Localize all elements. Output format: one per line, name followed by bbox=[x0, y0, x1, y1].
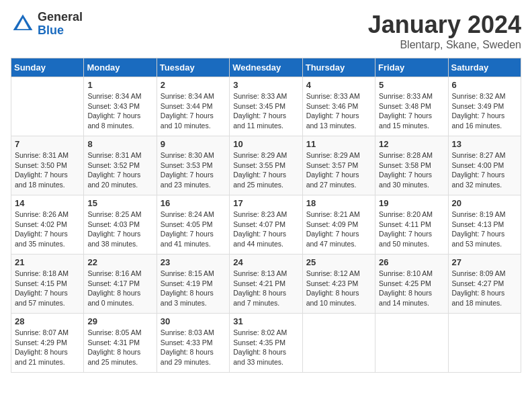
column-header-tuesday: Tuesday bbox=[157, 58, 229, 77]
day-number: 31 bbox=[233, 316, 298, 326]
calendar-table: SundayMondayTuesdayWednesdayThursdayFrid… bbox=[11, 58, 521, 373]
day-number: 25 bbox=[306, 257, 371, 267]
calendar-cell: 8Sunrise: 8:31 AMSunset: 3:52 PMDaylight… bbox=[84, 136, 157, 195]
day-number: 7 bbox=[15, 139, 80, 149]
day-number: 17 bbox=[233, 198, 298, 208]
day-number: 14 bbox=[15, 198, 80, 208]
day-info: Sunrise: 8:09 AMSunset: 4:27 PMDaylight:… bbox=[452, 269, 517, 308]
column-header-friday: Friday bbox=[375, 58, 448, 77]
calendar-cell: 17Sunrise: 8:23 AMSunset: 4:07 PMDayligh… bbox=[230, 195, 302, 255]
calendar-cell: 16Sunrise: 8:24 AMSunset: 4:05 PMDayligh… bbox=[157, 195, 229, 255]
calendar-cell: 24Sunrise: 8:13 AMSunset: 4:21 PMDayligh… bbox=[230, 255, 302, 314]
calendar-cell: 9Sunrise: 8:30 AMSunset: 3:53 PMDaylight… bbox=[157, 136, 229, 195]
calendar-cell: 20Sunrise: 8:19 AMSunset: 4:13 PMDayligh… bbox=[448, 195, 521, 255]
day-number: 6 bbox=[452, 80, 517, 90]
month-title: January 2024 bbox=[368, 11, 521, 39]
day-number: 27 bbox=[452, 257, 517, 267]
calendar-cell: 26Sunrise: 8:10 AMSunset: 4:25 PMDayligh… bbox=[375, 255, 448, 314]
day-info: Sunrise: 8:33 AMSunset: 3:48 PMDaylight:… bbox=[379, 91, 444, 131]
calendar-week-row: 21Sunrise: 8:18 AMSunset: 4:15 PMDayligh… bbox=[11, 255, 521, 314]
calendar-cell: 1Sunrise: 8:34 AMSunset: 3:43 PMDaylight… bbox=[84, 77, 157, 136]
day-info: Sunrise: 8:23 AMSunset: 4:07 PMDaylight:… bbox=[233, 210, 298, 249]
calendar-cell: 29Sunrise: 8:05 AMSunset: 4:31 PMDayligh… bbox=[84, 314, 157, 373]
day-info: Sunrise: 8:34 AMSunset: 3:43 PMDaylight:… bbox=[87, 91, 152, 131]
day-number: 9 bbox=[161, 139, 226, 149]
calendar-cell: 27Sunrise: 8:09 AMSunset: 4:27 PMDayligh… bbox=[448, 255, 521, 314]
column-header-saturday: Saturday bbox=[448, 58, 521, 77]
day-info: Sunrise: 8:29 AMSunset: 3:57 PMDaylight:… bbox=[306, 150, 371, 190]
day-info: Sunrise: 8:07 AMSunset: 4:29 PMDaylight:… bbox=[15, 328, 80, 367]
day-number: 8 bbox=[87, 139, 152, 149]
day-info: Sunrise: 8:24 AMSunset: 4:05 PMDaylight:… bbox=[161, 210, 226, 249]
calendar-week-row: 28Sunrise: 8:07 AMSunset: 4:29 PMDayligh… bbox=[11, 314, 521, 373]
calendar-cell bbox=[302, 314, 375, 373]
calendar-cell bbox=[375, 314, 448, 373]
calendar-cell: 4Sunrise: 8:33 AMSunset: 3:46 PMDaylight… bbox=[302, 77, 375, 136]
day-info: Sunrise: 8:10 AMSunset: 4:25 PMDaylight:… bbox=[379, 269, 444, 308]
day-number: 2 bbox=[161, 80, 226, 90]
day-info: Sunrise: 8:34 AMSunset: 3:44 PMDaylight:… bbox=[161, 91, 226, 131]
calendar-cell: 19Sunrise: 8:20 AMSunset: 4:11 PMDayligh… bbox=[375, 195, 448, 255]
logo: General Blue bbox=[11, 11, 83, 38]
calendar-cell: 12Sunrise: 8:28 AMSunset: 3:58 PMDayligh… bbox=[375, 136, 448, 195]
day-info: Sunrise: 8:02 AMSunset: 4:35 PMDaylight:… bbox=[233, 328, 298, 367]
day-info: Sunrise: 8:27 AMSunset: 4:00 PMDaylight:… bbox=[452, 150, 517, 190]
calendar-cell bbox=[448, 314, 521, 373]
day-number: 12 bbox=[379, 139, 444, 149]
calendar-cell: 31Sunrise: 8:02 AMSunset: 4:35 PMDayligh… bbox=[230, 314, 302, 373]
calendar-cell: 28Sunrise: 8:07 AMSunset: 4:29 PMDayligh… bbox=[11, 314, 84, 373]
day-number: 20 bbox=[452, 198, 517, 208]
day-info: Sunrise: 8:12 AMSunset: 4:23 PMDaylight:… bbox=[306, 269, 371, 308]
day-info: Sunrise: 8:18 AMSunset: 4:15 PMDaylight:… bbox=[15, 269, 80, 308]
day-info: Sunrise: 8:31 AMSunset: 3:50 PMDaylight:… bbox=[15, 150, 80, 190]
calendar-cell: 7Sunrise: 8:31 AMSunset: 3:50 PMDaylight… bbox=[11, 136, 84, 195]
day-info: Sunrise: 8:30 AMSunset: 3:53 PMDaylight:… bbox=[161, 150, 226, 190]
day-number: 21 bbox=[15, 257, 80, 267]
calendar-cell: 21Sunrise: 8:18 AMSunset: 4:15 PMDayligh… bbox=[11, 255, 84, 314]
calendar-cell: 25Sunrise: 8:12 AMSunset: 4:23 PMDayligh… bbox=[302, 255, 375, 314]
day-number: 10 bbox=[233, 139, 298, 149]
day-number: 19 bbox=[379, 198, 444, 208]
day-number: 11 bbox=[306, 139, 371, 149]
day-number: 16 bbox=[161, 198, 226, 208]
day-info: Sunrise: 8:31 AMSunset: 3:52 PMDaylight:… bbox=[87, 150, 152, 190]
day-number: 29 bbox=[87, 316, 152, 326]
day-info: Sunrise: 8:19 AMSunset: 4:13 PMDaylight:… bbox=[452, 210, 517, 249]
day-info: Sunrise: 8:33 AMSunset: 3:46 PMDaylight:… bbox=[306, 91, 371, 131]
title-block: January 2024 Blentarp, Skane, Sweden bbox=[368, 11, 521, 51]
calendar-week-row: 1Sunrise: 8:34 AMSunset: 3:43 PMDaylight… bbox=[11, 77, 521, 136]
day-number: 28 bbox=[15, 316, 80, 326]
calendar-cell bbox=[11, 77, 84, 136]
day-number: 30 bbox=[161, 316, 226, 326]
day-info: Sunrise: 8:20 AMSunset: 4:11 PMDaylight:… bbox=[379, 210, 444, 249]
day-info: Sunrise: 8:29 AMSunset: 3:55 PMDaylight:… bbox=[233, 150, 298, 190]
calendar-cell: 3Sunrise: 8:33 AMSunset: 3:45 PMDaylight… bbox=[230, 77, 302, 136]
day-number: 24 bbox=[233, 257, 298, 267]
calendar-cell: 6Sunrise: 8:32 AMSunset: 3:49 PMDaylight… bbox=[448, 77, 521, 136]
day-info: Sunrise: 8:28 AMSunset: 3:58 PMDaylight:… bbox=[379, 150, 444, 190]
day-info: Sunrise: 8:03 AMSunset: 4:33 PMDaylight:… bbox=[161, 328, 226, 367]
day-info: Sunrise: 8:32 AMSunset: 3:49 PMDaylight:… bbox=[452, 91, 517, 131]
location-title: Blentarp, Skane, Sweden bbox=[368, 39, 521, 51]
day-number: 5 bbox=[379, 80, 444, 90]
day-number: 22 bbox=[87, 257, 152, 267]
day-info: Sunrise: 8:33 AMSunset: 3:45 PMDaylight:… bbox=[233, 91, 298, 131]
day-info: Sunrise: 8:25 AMSunset: 4:03 PMDaylight:… bbox=[87, 210, 152, 249]
logo-text: General Blue bbox=[38, 11, 83, 38]
day-number: 4 bbox=[306, 80, 371, 90]
day-info: Sunrise: 8:13 AMSunset: 4:21 PMDaylight:… bbox=[233, 269, 298, 308]
day-info: Sunrise: 8:26 AMSunset: 4:02 PMDaylight:… bbox=[15, 210, 80, 249]
logo-blue-text: Blue bbox=[38, 24, 83, 38]
calendar-week-row: 7Sunrise: 8:31 AMSunset: 3:50 PMDaylight… bbox=[11, 136, 521, 195]
calendar-cell: 23Sunrise: 8:15 AMSunset: 4:19 PMDayligh… bbox=[157, 255, 229, 314]
day-number: 13 bbox=[452, 139, 517, 149]
calendar-cell: 13Sunrise: 8:27 AMSunset: 4:00 PMDayligh… bbox=[448, 136, 521, 195]
calendar-cell: 22Sunrise: 8:16 AMSunset: 4:17 PMDayligh… bbox=[84, 255, 157, 314]
calendar-cell: 14Sunrise: 8:26 AMSunset: 4:02 PMDayligh… bbox=[11, 195, 84, 255]
day-info: Sunrise: 8:15 AMSunset: 4:19 PMDaylight:… bbox=[161, 269, 226, 308]
logo-icon bbox=[11, 12, 35, 36]
calendar-cell: 30Sunrise: 8:03 AMSunset: 4:33 PMDayligh… bbox=[157, 314, 229, 373]
calendar-header-row: SundayMondayTuesdayWednesdayThursdayFrid… bbox=[11, 58, 521, 77]
day-number: 15 bbox=[87, 198, 152, 208]
calendar-cell: 15Sunrise: 8:25 AMSunset: 4:03 PMDayligh… bbox=[84, 195, 157, 255]
